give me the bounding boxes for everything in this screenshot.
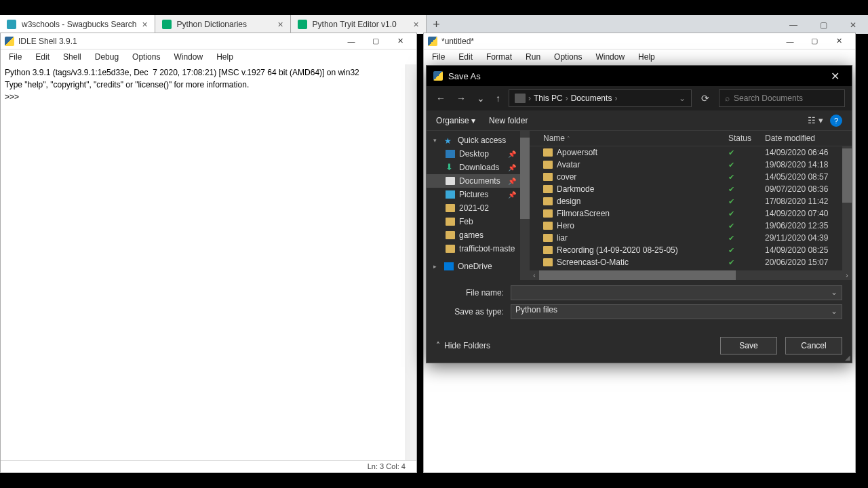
minimize-button[interactable]: — bbox=[339, 34, 363, 49]
breadcrumb-item[interactable]: This PC bbox=[534, 94, 563, 103]
tree-folder[interactable]: 2021-02 bbox=[427, 201, 530, 215]
file-row[interactable]: Hero✔19/06/2020 12:35 bbox=[530, 220, 852, 232]
forward-button[interactable]: → bbox=[454, 92, 469, 105]
column-status[interactable]: Status bbox=[728, 134, 765, 143]
chevron-right-icon[interactable]: ▸ bbox=[433, 263, 440, 270]
list-vscrollbar[interactable] bbox=[842, 146, 852, 270]
scrollbar[interactable] bbox=[406, 64, 416, 460]
tree-folder[interactable]: Feb bbox=[427, 215, 530, 228]
browser-tab[interactable]: w3schools - Swagbucks Search × bbox=[0, 15, 155, 34]
menu-edit[interactable]: Edit bbox=[30, 51, 55, 63]
tab-close-icon[interactable]: × bbox=[277, 19, 283, 30]
file-name-input[interactable] bbox=[511, 285, 842, 300]
pin-icon: 📌 bbox=[508, 178, 516, 185]
file-row[interactable]: Avatar✔19/08/2020 14:18 bbox=[530, 159, 852, 171]
tree-downloads[interactable]: ⬇Downloads📌 bbox=[427, 161, 530, 174]
browser-minimize-button[interactable]: — bbox=[778, 16, 808, 34]
breadcrumb-item[interactable]: Documents bbox=[571, 94, 612, 103]
chevron-down-icon[interactable]: ▾ bbox=[433, 137, 440, 144]
desktop-icon bbox=[446, 150, 455, 158]
tree-documents[interactable]: Documents📌 bbox=[427, 174, 530, 188]
scroll-right-icon[interactable]: › bbox=[842, 270, 852, 280]
maximize-button[interactable]: ▢ bbox=[802, 34, 827, 49]
list-hscrollbar[interactable]: ‹ › bbox=[530, 270, 852, 280]
dialog-close-button[interactable]: ✕ bbox=[825, 70, 845, 83]
close-button[interactable]: ✕ bbox=[827, 34, 851, 49]
file-row[interactable]: Darkmode✔09/07/2020 08:36 bbox=[530, 183, 852, 195]
search-input[interactable]: ⌕ Search Documents bbox=[719, 89, 845, 107]
menu-window[interactable]: Window bbox=[590, 51, 630, 63]
back-button[interactable]: ← bbox=[433, 92, 448, 105]
file-list-body[interactable]: Apowersoft✔14/09/2020 06:46Avatar✔19/08/… bbox=[530, 146, 852, 270]
tree-scrollbar[interactable] bbox=[520, 131, 530, 280]
browser-close-button[interactable]: ✕ bbox=[838, 16, 868, 34]
menu-debug[interactable]: Debug bbox=[90, 51, 124, 63]
help-button[interactable]: ? bbox=[830, 115, 842, 127]
browser-tab[interactable]: Python Tryit Editor v1.0 × bbox=[291, 15, 427, 34]
menu-window[interactable]: Window bbox=[168, 51, 208, 63]
resize-grip-icon[interactable]: ◢ bbox=[845, 354, 850, 361]
editor-menu-bar: File Edit Format Run Options Window Help bbox=[424, 49, 855, 64]
tree-onedrive[interactable]: ▸ OneDrive bbox=[427, 260, 530, 273]
editor-title-bar[interactable]: *untitled* — ▢ ✕ bbox=[424, 33, 855, 49]
breadcrumb-dropdown-icon[interactable]: ⌄ bbox=[679, 94, 686, 103]
menu-options[interactable]: Options bbox=[127, 51, 165, 63]
scroll-left-icon[interactable]: ‹ bbox=[530, 270, 539, 280]
idle-title-bar[interactable]: IDLE Shell 3.9.1 — ▢ ✕ bbox=[1, 33, 416, 49]
menu-shell[interactable]: Shell bbox=[58, 51, 87, 63]
menu-help[interactable]: Help bbox=[211, 51, 239, 63]
view-mode-button[interactable]: ☷ ▾ bbox=[808, 115, 823, 125]
menu-file[interactable]: File bbox=[3, 51, 27, 63]
cancel-button[interactable]: Cancel bbox=[785, 337, 842, 354]
file-row[interactable]: FilmoraScreen✔14/09/2020 07:40 bbox=[530, 207, 852, 220]
menu-file[interactable]: File bbox=[427, 51, 450, 63]
menu-edit[interactable]: Edit bbox=[453, 51, 478, 63]
menu-run[interactable]: Run bbox=[520, 51, 546, 63]
tree-folder[interactable]: games bbox=[427, 228, 530, 242]
file-row[interactable]: Screencast-O-Matic✔20/06/2020 15:07 bbox=[530, 256, 852, 268]
tree-pictures[interactable]: Pictures📌 bbox=[427, 188, 530, 201]
idle-output[interactable]: Python 3.9.1 (tags/v3.9.1:1e5d33e, Dec 7… bbox=[1, 64, 416, 460]
column-date[interactable]: Date modified bbox=[765, 134, 846, 143]
file-row[interactable]: design✔17/08/2020 11:42 bbox=[530, 195, 852, 207]
breadcrumb[interactable]: › This PC › Documents › ⌄ bbox=[509, 89, 692, 107]
file-row[interactable]: cover✔14/05/2020 08:57 bbox=[530, 171, 852, 183]
organise-button[interactable]: Organise ▾ bbox=[436, 116, 475, 125]
browser-tab[interactable]: Python Dictionaries × bbox=[155, 15, 291, 34]
save-type-select[interactable]: Python files bbox=[511, 304, 842, 319]
scrollbar-thumb[interactable] bbox=[539, 270, 736, 280]
file-date: 17/08/2020 11:42 bbox=[765, 197, 846, 206]
close-button[interactable]: ✕ bbox=[388, 34, 412, 49]
browser-maximize-button[interactable]: ▢ bbox=[808, 16, 838, 34]
recent-dropdown-icon[interactable]: ⌄ bbox=[474, 92, 488, 105]
new-tab-button[interactable]: + bbox=[427, 15, 447, 34]
file-row[interactable]: liar✔29/11/2020 04:39 bbox=[530, 232, 852, 244]
folder-tree[interactable]: ▾ ★ Quick access Desktop📌 ⬇Downloads📌 Do… bbox=[427, 131, 530, 280]
menu-help[interactable]: Help bbox=[633, 51, 660, 63]
up-button[interactable]: ↑ bbox=[493, 92, 503, 105]
refresh-button[interactable]: ⟳ bbox=[697, 93, 713, 104]
column-name[interactable]: Name ˄ bbox=[535, 134, 728, 143]
hide-folders-button[interactable]: ˄ Hide Folders bbox=[436, 341, 490, 350]
chevron-right-icon: › bbox=[566, 94, 568, 103]
minimize-button[interactable]: — bbox=[778, 34, 802, 49]
tab-close-icon[interactable]: × bbox=[413, 19, 418, 30]
menu-options[interactable]: Options bbox=[549, 51, 587, 63]
scrollbar-thumb[interactable] bbox=[842, 148, 852, 203]
tree-folder[interactable]: trafficbot-maste bbox=[427, 242, 530, 256]
file-name: liar bbox=[557, 233, 728, 243]
maximize-button[interactable]: ▢ bbox=[363, 34, 388, 49]
scrollbar-thumb[interactable] bbox=[520, 138, 530, 219]
menu-format[interactable]: Format bbox=[481, 51, 517, 63]
folder-icon bbox=[543, 185, 553, 193]
dialog-title-bar[interactable]: Save As ✕ bbox=[427, 66, 852, 86]
save-type-label: Save as type: bbox=[436, 307, 511, 317]
file-row[interactable]: Recording (14-09-2020 08-25-05)✔14/09/20… bbox=[530, 244, 852, 256]
tree-desktop[interactable]: Desktop📌 bbox=[427, 147, 530, 161]
file-row[interactable]: Apowersoft✔14/09/2020 06:46 bbox=[530, 146, 852, 159]
save-button[interactable]: Save bbox=[720, 337, 777, 354]
tab-close-icon[interactable]: × bbox=[142, 19, 147, 30]
tree-quick-access[interactable]: ▾ ★ Quick access bbox=[427, 134, 530, 147]
new-folder-button[interactable]: New folder bbox=[489, 116, 528, 125]
download-icon: ⬇ bbox=[446, 163, 455, 171]
